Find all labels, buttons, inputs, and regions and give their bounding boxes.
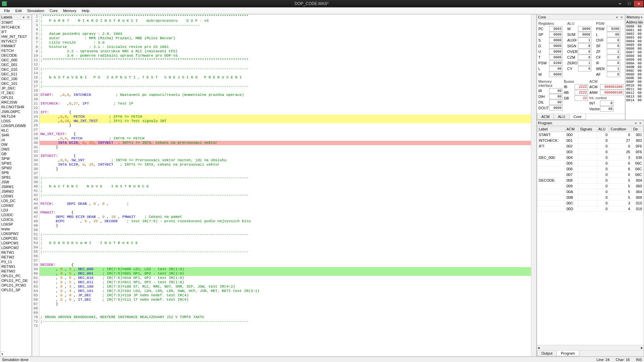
memory-row[interactable]: 000700 [626,51,644,54]
field-input-ovf[interactable] [607,38,620,43]
code-line[interactable]: ECPC , 0 , 25 , DECODE ; test IR(7:5) - … [40,219,531,224]
table-row[interactable]: INTCHECK:001027002 [537,138,644,143]
label-spb[interactable]: SPB [0,170,32,175]
label-ld6spw2[interactable]: LD6SPW2 [0,231,32,236]
code-line[interactable]: ,0,0, SW_INT ; INT=0 => Prerusovaci vekt… [40,158,531,163]
chevron-down-icon[interactable]: ▾ [0,352,4,356]
code-line[interactable]: ;---------------------------------------… [40,67,531,71]
field-input-dil[interactable] [549,100,562,105]
field-input-t[interactable] [549,55,562,60]
code-line[interactable]: ; [40,27,531,32]
label-ld6pcw1[interactable]: LD6PCW1 [0,241,32,245]
code-line[interactable]: } [40,302,531,306]
memory-row[interactable]: 001400 [626,99,644,102]
memory-row[interactable]: 000300 [626,36,644,40]
code-line[interactable]: ; D E K O D O V A N I I N S T R U K C E [40,241,531,245]
code-line[interactable] [40,258,531,263]
label-ift[interactable]: IFT [0,29,32,34]
code-line[interactable]: ;---------------------------------------… [40,319,531,324]
code-line[interactable]: ;---------------------------------------… [40,84,531,88]
code-line[interactable]: ; N A C T E N I N O V E I N S T R U K C … [40,184,531,189]
memory-row[interactable]: 000E00 [626,76,644,80]
code-line[interactable]: , 0 , 5 , DEC_010 ; IR(7:5)=010 OP1, OP2… [40,276,531,280]
label-ld5s[interactable]: LD5S [0,119,32,123]
field-input-czm[interactable] [578,55,591,60]
code-line[interactable]: ,0,0, FETCH ; IF=0 => FETCH [40,115,531,119]
field-input-sp[interactable] [549,32,562,37]
table-row[interactable]: IFT:002000F6 [537,143,644,149]
code-line[interactable]: ; datum posledni upravy : 2.9. 2003 [40,32,531,36]
field-input-u[interactable] [549,49,562,54]
memory-row[interactable]: 000900 [626,58,644,62]
code-line[interactable]: ,0,0, FETCH ; INT=0 => FETCH [40,136,531,141]
field-input-vector[interactable] [600,106,613,112]
label-ld6spld5wb[interactable]: LD6SPLD5WB [0,123,32,128]
label-hw_int_test[interactable]: HW_INT_TEST [0,34,32,39]
label-opld1_sp[interactable]: OPLD1_SP [0,288,32,292]
table-row[interactable]: 00A05064 [537,189,644,195]
menu-memory[interactable]: Memory [60,8,79,13]
code-line[interactable]: ,0,26, HW_INT_TEST ; IF=1 => Test signal… [40,119,531,123]
label-ld3[interactable]: LD3 [0,208,32,213]
column-header[interactable]: ACM [565,126,578,132]
code-line[interactable]: ;---------------------------------------… [40,250,531,254]
code-line[interactable] [40,171,531,176]
close-icon[interactable]: ✕ [638,121,643,125]
label-ld5w2[interactable]: LD5W2 [0,203,32,208]
code-line[interactable] [40,128,531,132]
code-line[interactable]: ; 3.0 - pomerne radikalni uprava firmwar… [40,54,531,58]
memory-row[interactable]: 001300 [626,95,644,99]
memory-row[interactable]: 000600 [626,47,644,51]
table-row[interactable]: 00D04018 [537,206,644,212]
memory-row[interactable]: 000B00 [626,65,644,69]
code-line[interactable]: ; [40,245,531,250]
code-line[interactable]: OEPC MRD ECIR OEAB , 0 , 10 , FMWAIT ; C… [40,215,531,219]
field-input-dih[interactable] [549,94,562,99]
table-row[interactable]: 0070606C [537,172,644,178]
label-retiw1[interactable]: RETIW1 [0,264,32,269]
label-dec_100[interactable]: DEC_100 [0,76,32,81]
label-spb1[interactable]: SPB1 [0,175,32,180]
code-line[interactable]: ; cislo revize : 3.0 [40,41,531,45]
field-input-s[interactable] [549,38,562,43]
field-input-l[interactable] [549,66,562,71]
table-row[interactable]: 0050606C [537,161,644,166]
tab-acm[interactable]: ACM [537,114,554,120]
code-line[interactable]: HW_INT_TEST: { [40,132,531,136]
field-input-wen[interactable] [607,66,620,71]
label-jsw[interactable]: JSW [0,180,32,184]
memory-row[interactable]: 001100 [626,87,644,91]
field-input-if[interactable] [607,60,620,66]
code-line[interactable] [40,306,531,311]
field-input-acm[interactable] [600,84,624,89]
label-start[interactable]: START [0,20,32,25]
label-spw[interactable]: SPW [0,156,32,161]
code-line[interactable]: ; 2.2 - opravena instrukce RRC a RLC (na… [40,49,531,54]
code-line[interactable]: , 0 , 5 , DEC_011 ; IR(7:5)=011 OP1, OP2… [40,280,531,285]
memory-row[interactable]: 000200 [626,32,644,36]
label-ld3dc[interactable]: LD3DC [0,213,32,217]
label-retiw2[interactable]: RETIW2 [0,269,32,274]
label-rrcjsw[interactable]: RRCJSW [0,100,32,105]
label-opld1_pc_de[interactable]: OPLD1_PC_DE [0,278,32,283]
code-line[interactable]: ;***************************************… [40,14,531,19]
label-dec_010[interactable]: DEC_010 [0,67,32,72]
table-row[interactable]: 0030260F6 [537,149,644,155]
code-line[interactable]: START: ,0,0, INTCHECK ; Nastaveni po zap… [40,93,531,97]
code-line[interactable]: ;---------------------------------------… [40,193,531,197]
code-line[interactable]: INTCHECK: ,0,27, IFT ; Test IF [40,102,531,106]
pin-icon[interactable]: ▾ [614,15,619,19]
field-input-anm[interactable] [600,90,624,95]
pin-icon[interactable]: ▾ [633,121,638,125]
code-line[interactable]: } [40,167,531,171]
label-opld1[interactable]: OPLD1 [0,95,32,100]
label-testw[interactable]: testw [0,227,32,231]
label-rlcnotshr[interactable]: RLCNOTSHR [0,105,32,109]
table-row[interactable]: 00905060 [537,183,644,189]
pin-icon[interactable]: ▾ [640,15,643,19]
field-input-psw[interactable] [549,60,562,66]
field-input-af[interactable] [607,72,620,77]
field-input-ib[interactable] [575,84,588,89]
field-input-sign[interactable] [578,43,591,49]
label-spw1[interactable]: SPW1 [0,161,32,166]
